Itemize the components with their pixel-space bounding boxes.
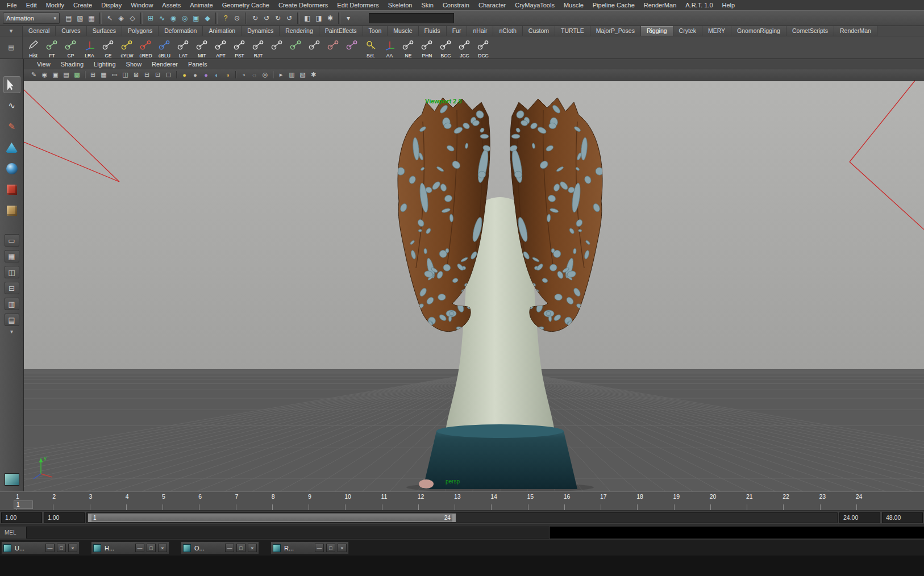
shelf-button-jcc[interactable]: JCC [455, 37, 474, 59]
panel-menu-panels[interactable]: Panels [183, 60, 213, 68]
layout-more-arrow[interactable]: ▾ [10, 328, 13, 335]
layout-four-pane[interactable]: ▦ [5, 250, 19, 262]
lighting-none-icon[interactable]: ● [201, 70, 211, 80]
lasso-tool[interactable]: ∿ [3, 97, 20, 114]
2d-pan-zoom-icon[interactable]: ⊞ [88, 70, 98, 80]
camera-attributes-icon[interactable]: ▣ [50, 70, 61, 80]
menu-assets[interactable]: Assets [157, 1, 185, 9]
shelf-tab-gnomonrigging[interactable]: GnomonRigging [731, 26, 786, 36]
shelf-button-pst[interactable]: PST [230, 37, 249, 59]
minimize-icon[interactable]: — [45, 544, 55, 552]
snap-point-icon[interactable]: ◉ [168, 12, 179, 24]
numeric-input-field[interactable] [369, 13, 454, 23]
menu-create-deformers[interactable]: Create Deformers [274, 1, 332, 9]
menu-file[interactable]: File [2, 1, 22, 9]
shelf-button-ne[interactable]: NE [399, 37, 418, 59]
field-chart-icon[interactable]: ⊟ [141, 70, 152, 80]
shelf-tab-crytek[interactable]: Crytek [673, 26, 702, 36]
taskbar-window-4[interactable]: R...—□× [270, 541, 349, 554]
shelf-tab-mery[interactable]: MERY [702, 26, 731, 36]
close-icon[interactable]: × [68, 544, 77, 552]
layout-single-pane[interactable]: ▭ [5, 234, 19, 247]
command-line-mode-label[interactable]: MEL [0, 527, 26, 539]
shelf-button-lra[interactable]: LRA [80, 37, 99, 59]
shelf-tab-animation[interactable]: Animation [203, 26, 242, 36]
shelf-button-cred[interactable]: cRED [136, 37, 155, 59]
shelf-button-dcc[interactable]: DCC [474, 37, 493, 59]
playback-range-bar[interactable]: 1 24 [88, 514, 456, 522]
taskbar-window-2[interactable]: H...—□× [91, 541, 169, 554]
camera-select-icon[interactable]: ◉ [39, 70, 50, 80]
rotate-tool[interactable] [3, 160, 20, 177]
menu-crymayatools[interactable]: CryMayaTools [510, 1, 559, 9]
ssao-icon[interactable]: ◑ [222, 70, 233, 80]
restore-icon[interactable]: □ [147, 544, 156, 552]
snap-grid-icon[interactable]: ⊞ [145, 12, 156, 24]
shelf-tab-dynamics[interactable]: Dynamics [242, 26, 280, 36]
shelf-tab-fluids[interactable]: Fluids [419, 26, 447, 36]
menu-display[interactable]: Display [97, 1, 126, 9]
safe-action-icon[interactable]: ⊡ [152, 70, 163, 80]
shelf-tab-toon[interactable]: Toon [363, 26, 388, 36]
select-tool[interactable] [3, 76, 20, 93]
shelf-button-tool-15[interactable] [286, 37, 305, 59]
shelf-tab-custom[interactable]: Custom [523, 26, 555, 36]
layout-two-pane-stacked[interactable]: ⊟ [5, 282, 19, 294]
menuset-dropdown[interactable]: Animation ▾ [3, 12, 60, 24]
render-current-frame-icon[interactable]: ◧ [302, 12, 313, 24]
shelf-button-set[interactable]: Set. [361, 37, 380, 59]
hypergraph-toggle-icon[interactable]: ▧ [297, 70, 308, 80]
range-slider-track[interactable]: 1 24 [86, 512, 838, 523]
panel-menu-renderer[interactable]: Renderer [147, 60, 183, 68]
shelf-tab-rigging[interactable]: Rigging [641, 26, 673, 36]
shelf-button-aa[interactable]: AA [380, 37, 399, 59]
layout-pane-outliner[interactable]: ▥ [5, 298, 19, 310]
menu-modify[interactable]: Modify [41, 1, 69, 9]
taskbar-window-1[interactable]: U...—□× [1, 541, 80, 554]
move-tool[interactable] [3, 139, 20, 156]
shelf-tab-polygons[interactable]: Polygons [122, 26, 159, 36]
last-tool-used[interactable] [3, 202, 20, 219]
shelf-tab-surfaces[interactable]: Surfaces [87, 26, 122, 36]
minimize-icon[interactable]: — [135, 544, 144, 552]
menu-character[interactable]: Character [474, 1, 510, 9]
shelf-tab-cometscripts[interactable]: CometScripts [786, 26, 834, 36]
shelf-button-rjt[interactable]: RJT [249, 37, 268, 59]
shelf-tab-renderman[interactable]: RenderMan [834, 26, 877, 36]
shelf-tab-rendering[interactable]: Rendering [280, 26, 319, 36]
restore-icon[interactable]: □ [57, 544, 66, 552]
menu-a-r-t-1-0[interactable]: A.R.T. 1.0 [681, 1, 717, 9]
grid-icon[interactable]: ▦ [98, 70, 109, 80]
menu-edit[interactable]: Edit [22, 1, 41, 9]
highlight-selection-icon[interactable]: ⊙ [231, 12, 243, 24]
shelf-tab-muscle[interactable]: Muscle [388, 26, 418, 36]
restore-icon[interactable]: □ [326, 544, 335, 552]
save-scene-icon[interactable]: ▦ [86, 12, 97, 24]
shelf-tab-turtle[interactable]: TURTLE [555, 26, 590, 36]
snap-projected-center-icon[interactable]: ◎ [179, 12, 190, 24]
restore-icon[interactable]: □ [236, 544, 245, 552]
animation-start-field[interactable] [1, 512, 42, 523]
image-plane-icon[interactable]: ▩ [72, 70, 82, 80]
open-scene-icon[interactable]: ▧ [74, 12, 86, 24]
panel-menu-lighting[interactable]: Lighting [89, 60, 121, 68]
menu-constrain[interactable]: Constrain [438, 1, 474, 9]
menu-window[interactable]: Window [126, 1, 157, 9]
make-live-icon[interactable]: ◆ [202, 12, 213, 24]
gate-mask-icon[interactable]: ⊠ [131, 70, 141, 80]
shelf-button-ft[interactable]: FT [43, 37, 61, 59]
scale-tool[interactable] [3, 181, 20, 198]
playback-start-field[interactable] [44, 512, 85, 523]
menu-help[interactable]: Help [718, 1, 740, 9]
select-object-icon[interactable]: ◈ [115, 12, 127, 24]
panel-menu-shading[interactable]: Shading [56, 60, 89, 68]
new-scene-icon[interactable]: ▤ [63, 12, 74, 24]
select-hierarchy-icon[interactable]: ↖ [104, 12, 115, 24]
shelf-button-tool-14[interactable] [268, 37, 286, 59]
xray-joints-icon[interactable]: ◎ [260, 70, 270, 80]
shelf-button-hist[interactable]: Hist [24, 37, 43, 59]
scene-view-icon[interactable]: ▸ [276, 70, 286, 80]
refresh-icon[interactable]: ↺ [284, 12, 295, 24]
menu-pipeline-cache[interactable]: Pipeline Cache [588, 1, 639, 9]
layout-two-pane-side[interactable]: ◫ [5, 266, 19, 278]
